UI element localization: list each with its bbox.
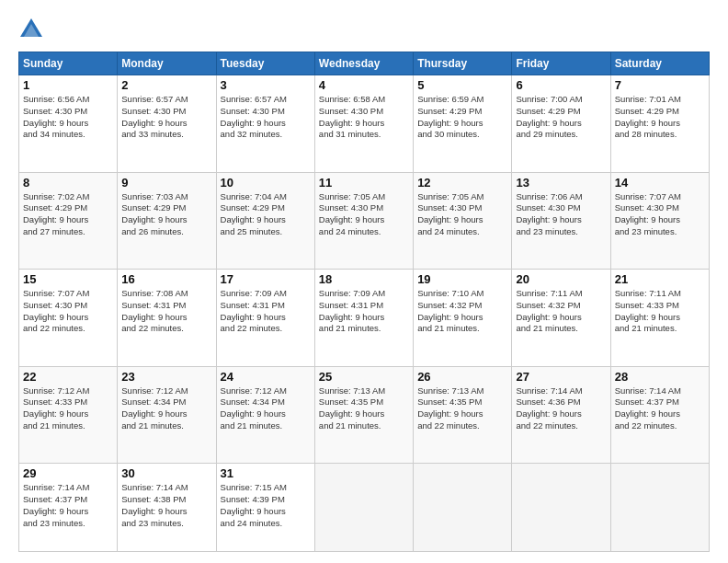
- day-info: Sunrise: 7:12 AMSunset: 4:33 PMDaylight:…: [23, 385, 113, 432]
- day-info: Sunrise: 6:57 AMSunset: 4:30 PMDaylight:…: [121, 94, 211, 141]
- day-info: Sunrise: 7:14 AMSunset: 4:36 PMDaylight:…: [516, 385, 606, 432]
- calendar-cell: 30Sunrise: 7:14 AMSunset: 4:38 PMDayligh…: [118, 464, 216, 552]
- weekday-header-row: SundayMondayTuesdayWednesdayThursdayFrid…: [19, 52, 710, 75]
- day-number: 21: [615, 272, 705, 286]
- calendar-cell: 28Sunrise: 7:14 AMSunset: 4:37 PMDayligh…: [610, 366, 709, 464]
- day-number: 26: [417, 370, 507, 384]
- calendar-cell: 11Sunrise: 7:05 AMSunset: 4:30 PMDayligh…: [314, 172, 413, 270]
- calendar-cell: 25Sunrise: 7:13 AMSunset: 4:35 PMDayligh…: [314, 366, 413, 464]
- calendar-cell: [314, 464, 413, 552]
- day-number: 20: [516, 272, 606, 286]
- day-info: Sunrise: 7:14 AMSunset: 4:37 PMDaylight:…: [23, 482, 113, 529]
- day-number: 24: [221, 370, 311, 384]
- calendar-cell: 23Sunrise: 7:12 AMSunset: 4:34 PMDayligh…: [118, 366, 216, 464]
- calendar-cell: 21Sunrise: 7:11 AMSunset: 4:33 PMDayligh…: [610, 270, 709, 367]
- day-info: Sunrise: 7:09 AMSunset: 4:31 PMDaylight:…: [221, 288, 311, 335]
- day-info: Sunrise: 7:01 AMSunset: 4:29 PMDaylight:…: [615, 94, 705, 141]
- day-number: 9: [121, 176, 211, 190]
- day-number: 13: [516, 176, 606, 190]
- day-info: Sunrise: 6:56 AMSunset: 4:30 PMDaylight:…: [23, 94, 113, 141]
- day-number: 5: [417, 78, 507, 92]
- header: [18, 17, 710, 42]
- day-number: 30: [121, 466, 211, 480]
- weekday-header-tuesday: Tuesday: [216, 52, 314, 75]
- calendar-cell: 6Sunrise: 7:00 AMSunset: 4:29 PMDaylight…: [512, 75, 610, 173]
- day-number: 2: [121, 78, 211, 92]
- day-number: 3: [221, 78, 311, 92]
- day-number: 12: [417, 176, 507, 190]
- calendar-cell: 29Sunrise: 7:14 AMSunset: 4:37 PMDayligh…: [19, 464, 118, 552]
- calendar-cell: 27Sunrise: 7:14 AMSunset: 4:36 PMDayligh…: [512, 366, 610, 464]
- calendar-cell: 5Sunrise: 6:59 AMSunset: 4:29 PMDaylight…: [414, 75, 512, 173]
- weekday-header-monday: Monday: [118, 52, 216, 75]
- calendar-cell: 10Sunrise: 7:04 AMSunset: 4:29 PMDayligh…: [216, 172, 314, 270]
- day-info: Sunrise: 6:59 AMSunset: 4:29 PMDaylight:…: [417, 94, 507, 141]
- calendar-cell: 20Sunrise: 7:11 AMSunset: 4:32 PMDayligh…: [512, 270, 610, 367]
- calendar-cell: [414, 464, 512, 552]
- logo-icon: [18, 17, 44, 42]
- day-info: Sunrise: 7:04 AMSunset: 4:29 PMDaylight:…: [221, 191, 311, 238]
- calendar-cell: 31Sunrise: 7:15 AMSunset: 4:39 PMDayligh…: [216, 464, 314, 552]
- day-info: Sunrise: 7:12 AMSunset: 4:34 PMDaylight:…: [121, 385, 211, 432]
- day-number: 11: [319, 176, 409, 190]
- calendar-cell: [610, 464, 709, 552]
- day-number: 23: [121, 370, 211, 384]
- calendar-cell: 19Sunrise: 7:10 AMSunset: 4:32 PMDayligh…: [414, 270, 512, 367]
- calendar-table: SundayMondayTuesdayWednesdayThursdayFrid…: [18, 52, 710, 552]
- logo: [18, 17, 48, 42]
- day-number: 14: [615, 176, 705, 190]
- calendar-cell: [512, 464, 610, 552]
- day-number: 6: [516, 78, 606, 92]
- day-info: Sunrise: 7:02 AMSunset: 4:29 PMDaylight:…: [23, 191, 113, 238]
- day-number: 29: [23, 466, 113, 480]
- calendar-cell: 14Sunrise: 7:07 AMSunset: 4:30 PMDayligh…: [610, 172, 709, 270]
- day-info: Sunrise: 7:06 AMSunset: 4:30 PMDaylight:…: [516, 191, 606, 238]
- day-info: Sunrise: 7:10 AMSunset: 4:32 PMDaylight:…: [417, 288, 507, 335]
- calendar-cell: 4Sunrise: 6:58 AMSunset: 4:30 PMDaylight…: [314, 75, 413, 173]
- day-info: Sunrise: 7:07 AMSunset: 4:30 PMDaylight:…: [23, 288, 113, 335]
- day-number: 7: [615, 78, 705, 92]
- day-info: Sunrise: 7:12 AMSunset: 4:34 PMDaylight:…: [221, 385, 311, 432]
- day-number: 15: [23, 272, 113, 286]
- day-info: Sunrise: 7:14 AMSunset: 4:38 PMDaylight:…: [121, 482, 211, 529]
- day-number: 16: [121, 272, 211, 286]
- day-number: 25: [319, 370, 409, 384]
- calendar-cell: 3Sunrise: 6:57 AMSunset: 4:30 PMDaylight…: [216, 75, 314, 173]
- day-info: Sunrise: 7:11 AMSunset: 4:33 PMDaylight:…: [615, 288, 705, 335]
- day-number: 17: [221, 272, 311, 286]
- calendar-cell: 13Sunrise: 7:06 AMSunset: 4:30 PMDayligh…: [512, 172, 610, 270]
- day-info: Sunrise: 7:07 AMSunset: 4:30 PMDaylight:…: [615, 191, 705, 238]
- day-info: Sunrise: 7:11 AMSunset: 4:32 PMDaylight:…: [516, 288, 606, 335]
- day-number: 18: [319, 272, 409, 286]
- calendar-cell: 2Sunrise: 6:57 AMSunset: 4:30 PMDaylight…: [118, 75, 216, 173]
- day-number: 8: [23, 176, 113, 190]
- weekday-header-saturday: Saturday: [610, 52, 709, 75]
- day-number: 10: [221, 176, 311, 190]
- day-info: Sunrise: 7:13 AMSunset: 4:35 PMDaylight:…: [319, 385, 409, 432]
- calendar-cell: 15Sunrise: 7:07 AMSunset: 4:30 PMDayligh…: [19, 270, 118, 367]
- calendar-week-row: 22Sunrise: 7:12 AMSunset: 4:33 PMDayligh…: [19, 366, 710, 464]
- calendar-cell: 8Sunrise: 7:02 AMSunset: 4:29 PMDaylight…: [19, 172, 118, 270]
- calendar-cell: 22Sunrise: 7:12 AMSunset: 4:33 PMDayligh…: [19, 366, 118, 464]
- calendar-cell: 26Sunrise: 7:13 AMSunset: 4:35 PMDayligh…: [414, 366, 512, 464]
- calendar-cell: 18Sunrise: 7:09 AMSunset: 4:31 PMDayligh…: [314, 270, 413, 367]
- calendar-week-row: 1Sunrise: 6:56 AMSunset: 4:30 PMDaylight…: [19, 75, 710, 173]
- day-info: Sunrise: 7:00 AMSunset: 4:29 PMDaylight:…: [516, 94, 606, 141]
- day-info: Sunrise: 7:15 AMSunset: 4:39 PMDaylight:…: [221, 482, 311, 529]
- day-info: Sunrise: 7:13 AMSunset: 4:35 PMDaylight:…: [417, 385, 507, 432]
- calendar-cell: 24Sunrise: 7:12 AMSunset: 4:34 PMDayligh…: [216, 366, 314, 464]
- day-number: 1: [23, 78, 113, 92]
- weekday-header-wednesday: Wednesday: [314, 52, 413, 75]
- day-info: Sunrise: 7:08 AMSunset: 4:31 PMDaylight:…: [121, 288, 211, 335]
- day-number: 28: [615, 370, 705, 384]
- calendar-cell: 1Sunrise: 6:56 AMSunset: 4:30 PMDaylight…: [19, 75, 118, 173]
- day-info: Sunrise: 7:03 AMSunset: 4:29 PMDaylight:…: [121, 191, 211, 238]
- day-number: 27: [516, 370, 606, 384]
- day-number: 31: [221, 466, 311, 480]
- calendar-cell: 9Sunrise: 7:03 AMSunset: 4:29 PMDaylight…: [118, 172, 216, 270]
- calendar-cell: 17Sunrise: 7:09 AMSunset: 4:31 PMDayligh…: [216, 270, 314, 367]
- calendar-week-row: 8Sunrise: 7:02 AMSunset: 4:29 PMDaylight…: [19, 172, 710, 270]
- calendar-week-row: 15Sunrise: 7:07 AMSunset: 4:30 PMDayligh…: [19, 270, 710, 367]
- page: SundayMondayTuesdayWednesdayThursdayFrid…: [0, 0, 728, 563]
- calendar-week-row: 29Sunrise: 7:14 AMSunset: 4:37 PMDayligh…: [19, 464, 710, 552]
